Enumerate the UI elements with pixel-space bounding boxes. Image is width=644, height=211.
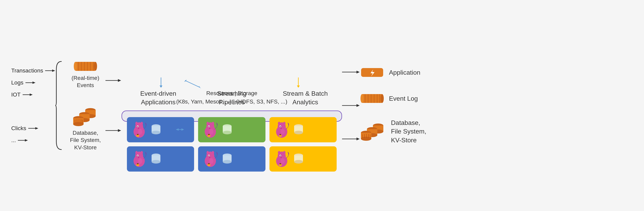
svg-point-66 bbox=[283, 122, 286, 125]
svg-point-44 bbox=[138, 129, 142, 135]
svg-point-101 bbox=[223, 160, 232, 164]
legend-event-log: Event Log bbox=[360, 92, 436, 104]
svg-point-49 bbox=[152, 131, 160, 134]
svg-marker-3 bbox=[32, 81, 36, 84]
legend-application: Application bbox=[360, 66, 436, 78]
grid-row-1 bbox=[127, 117, 337, 142]
input-etc: ... bbox=[11, 137, 28, 144]
svg-point-95 bbox=[209, 157, 210, 158]
svg-marker-128 bbox=[356, 71, 360, 73]
arrow-db-to-box bbox=[106, 128, 122, 134]
squirrel-icon-2 bbox=[201, 121, 219, 139]
svg-marker-117 bbox=[160, 85, 162, 87]
db-small-6 bbox=[293, 153, 304, 165]
main-box: Resources | Storage (K8s, Yarn, Mesos, .… bbox=[122, 111, 342, 122]
svg-point-56 bbox=[209, 128, 210, 129]
svg-point-91 bbox=[206, 151, 209, 155]
cell-blue-1 bbox=[127, 117, 194, 142]
db-stack-legend-icon bbox=[360, 122, 386, 142]
svg-rect-111 bbox=[280, 163, 281, 164]
input-logs: Logs bbox=[11, 79, 36, 86]
svg-point-96 bbox=[209, 158, 213, 164]
iot-label: IOT bbox=[11, 91, 21, 98]
etc-arrow bbox=[18, 138, 28, 142]
svg-point-43 bbox=[138, 128, 139, 129]
cell-yellow-2 bbox=[270, 146, 337, 172]
svg-point-69 bbox=[280, 128, 282, 129]
application-icon bbox=[360, 66, 384, 78]
events-db-area: (Real-time) Events bbox=[65, 55, 106, 156]
svg-marker-119 bbox=[199, 86, 201, 89]
svg-point-79 bbox=[140, 151, 143, 155]
events-label: (Real-time) Events bbox=[72, 74, 99, 89]
svg-point-114 bbox=[294, 160, 303, 164]
db-small-5 bbox=[222, 153, 233, 165]
svg-point-39 bbox=[135, 122, 138, 125]
svg-point-105 bbox=[283, 151, 286, 155]
svg-point-68 bbox=[280, 126, 281, 127]
application-label: Application bbox=[389, 68, 420, 77]
db-label: Database, File System, KV-Store bbox=[70, 129, 101, 151]
resources-text: Resources | Storage (K8s, Yarn, Mesos, .… bbox=[127, 89, 337, 106]
svg-marker-132 bbox=[356, 138, 360, 140]
svg-rect-59 bbox=[208, 134, 210, 135]
db-block: Database, File System, KV-Store bbox=[70, 106, 101, 151]
svg-point-55 bbox=[208, 126, 209, 127]
svg-point-109 bbox=[281, 158, 285, 164]
squirrel-icon-5 bbox=[201, 150, 219, 168]
logs-label: Logs bbox=[11, 79, 24, 86]
svg-point-62 bbox=[223, 131, 232, 134]
cell-yellow-1 bbox=[270, 117, 337, 142]
right-arrow-3 bbox=[342, 136, 360, 142]
db-legend-label: Database, File System, KV-Store bbox=[391, 119, 426, 145]
svg-rect-98 bbox=[208, 163, 210, 164]
iot-arrow bbox=[23, 93, 33, 97]
arrow-events-to-box bbox=[106, 77, 122, 83]
svg-point-107 bbox=[280, 155, 281, 156]
svg-point-104 bbox=[278, 151, 280, 155]
right-legend: Application Event Log bbox=[360, 66, 436, 145]
svg-point-83 bbox=[138, 158, 142, 164]
svg-point-70 bbox=[281, 129, 285, 135]
clicks-arrow bbox=[28, 126, 38, 130]
svg-point-53 bbox=[212, 122, 214, 125]
squirrel-icon-6 bbox=[273, 150, 291, 168]
arrows-to-box bbox=[106, 55, 122, 156]
event-log-icon bbox=[72, 60, 98, 73]
grid-rows bbox=[127, 117, 337, 172]
brace-svg bbox=[54, 59, 62, 152]
db-small-2 bbox=[222, 124, 233, 136]
input-transactions: Transactions bbox=[11, 67, 55, 74]
squirrel-icon-3 bbox=[273, 121, 291, 139]
input-iot: IOT bbox=[11, 91, 33, 98]
main-section: Event-driven Applications Streaming Pipe… bbox=[122, 89, 342, 122]
squirrel-icon-4 bbox=[130, 150, 148, 168]
svg-point-82 bbox=[138, 157, 139, 158]
etc-label: ... bbox=[11, 137, 16, 144]
svg-point-57 bbox=[209, 129, 213, 135]
right-arrow-1 bbox=[342, 69, 360, 75]
main-diagram: Transactions Logs IOT Clicks ... bbox=[11, 10, 633, 201]
input-clicks: Clicks bbox=[11, 125, 38, 132]
svg-rect-46 bbox=[137, 134, 138, 135]
svg-marker-9 bbox=[25, 139, 28, 142]
event-log-label: Event Log bbox=[389, 94, 418, 103]
svg-rect-72 bbox=[280, 134, 281, 135]
db-small-3 bbox=[293, 124, 304, 136]
svg-marker-7 bbox=[35, 127, 38, 130]
clicks-label: Clicks bbox=[11, 125, 26, 132]
svg-point-142 bbox=[360, 94, 364, 103]
cell-blue-3 bbox=[198, 146, 265, 172]
input-labels: Transactions Logs IOT Clicks ... bbox=[11, 67, 51, 144]
svg-marker-34 bbox=[118, 79, 121, 82]
events-block: (Real-time) Events bbox=[72, 60, 99, 89]
svg-point-78 bbox=[135, 151, 138, 155]
svg-point-88 bbox=[152, 160, 160, 164]
svg-point-17 bbox=[74, 62, 77, 71]
svg-marker-130 bbox=[356, 104, 360, 107]
svg-marker-126 bbox=[297, 85, 300, 87]
left-bracket bbox=[51, 55, 65, 156]
squirrel-icon-1 bbox=[130, 121, 148, 139]
grid-row-2 bbox=[127, 146, 337, 172]
svg-marker-5 bbox=[30, 93, 33, 96]
